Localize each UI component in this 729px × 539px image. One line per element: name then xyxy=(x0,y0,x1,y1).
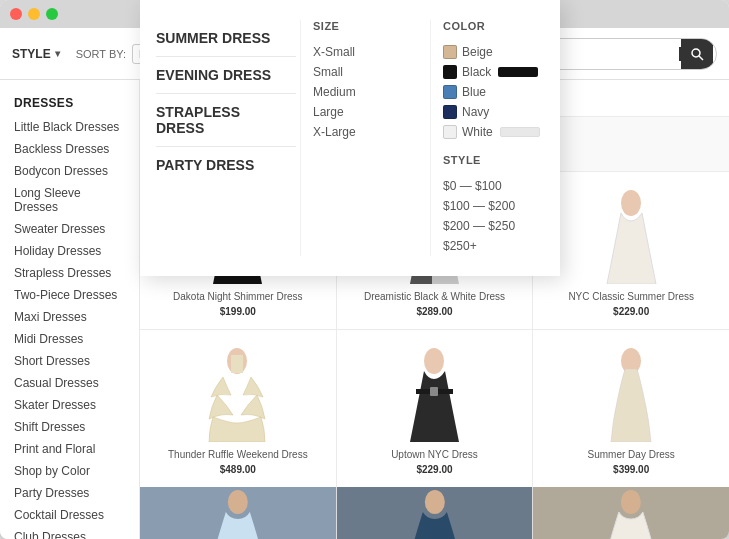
svg-rect-12 xyxy=(623,197,639,205)
product-price-6: $399.00 xyxy=(545,464,717,475)
product-card-6[interactable]: Summer Day Dress $399.00 xyxy=(533,330,729,487)
sidebar-item-sweater[interactable]: Sweater Dresses xyxy=(0,218,139,240)
maximize-button[interactable] xyxy=(46,8,58,20)
promo-item-3[interactable] xyxy=(533,487,729,539)
main-content: DRESSES Little Black Dresses Backless Dr… xyxy=(0,80,729,539)
filter-price-100-200[interactable]: $100 — $200 xyxy=(443,196,548,216)
sidebar-item-shopcolor[interactable]: Shop by Color xyxy=(0,460,139,482)
sidebar-item-casual[interactable]: Casual Dresses xyxy=(0,372,139,394)
sidebar-item-little-black[interactable]: Little Black Dresses xyxy=(0,116,139,138)
product-name-4: Thunder Ruffle Weekend Dress xyxy=(152,448,324,461)
sidebar-item-bodycon[interactable]: Bodycon Dresses xyxy=(0,160,139,182)
sidebar-item-club[interactable]: Club Dresses xyxy=(0,526,139,539)
promo-item-2[interactable] xyxy=(337,487,533,539)
style-filter-title: STYLE xyxy=(443,154,548,166)
blue-swatch xyxy=(443,85,457,99)
sortby-label: SORT BY: xyxy=(76,48,126,60)
sidebar-dresses-title: DRESSES xyxy=(0,92,139,116)
dropdown-party-dress[interactable]: PARTY DRESS xyxy=(156,147,284,183)
sidebar-item-long-sleeve[interactable]: Long Sleeve Dresses xyxy=(0,182,139,218)
svg-point-22 xyxy=(228,490,248,514)
size-filter-panel: SIZE X-Small Small Medium Large X-Large xyxy=(300,80,430,256)
style-label: STYLE xyxy=(12,47,51,61)
product-card-5[interactable]: Uptown NYC Dress $229.00 xyxy=(337,330,533,487)
dropdown-evening-dress[interactable]: EVENING DRESS xyxy=(156,80,284,93)
product-image-5 xyxy=(394,342,474,442)
product-name-3: NYC Classic Summer Dress xyxy=(545,290,717,303)
product-image-4 xyxy=(198,342,278,442)
svg-rect-14 xyxy=(231,355,243,373)
filter-price-0-100[interactable]: $0 — $100 xyxy=(443,176,548,196)
svg-point-24 xyxy=(425,490,445,514)
svg-point-0 xyxy=(692,49,700,57)
filter-size-xlarge[interactable]: X-Large xyxy=(313,122,418,142)
sidebar-item-holiday[interactable]: Holiday Dresses xyxy=(0,240,139,262)
search-icon xyxy=(690,47,704,61)
dropdown-overlay: SUMMER DRESS EVENING DRESS STRAPLESS DRE… xyxy=(140,80,560,276)
sidebar-item-two-piece[interactable]: Two-Piece Dresses xyxy=(0,284,139,306)
product-name-2: Dreamistic Black & White Dress xyxy=(349,290,521,303)
filter-color-navy[interactable]: Navy xyxy=(443,102,548,122)
white-color-bar xyxy=(500,127,540,137)
filter-color-white[interactable]: White xyxy=(443,122,548,142)
sidebar: DRESSES Little Black Dresses Backless Dr… xyxy=(0,80,140,539)
sidebar-item-maxi[interactable]: Maxi Dresses xyxy=(0,306,139,328)
dropdown-strapless-dress[interactable]: STRAPLESS DRESS xyxy=(156,94,284,146)
product-price-2: $289.00 xyxy=(349,306,521,317)
navy-swatch xyxy=(443,105,457,119)
svg-rect-18 xyxy=(430,387,438,396)
sidebar-item-skater[interactable]: Skater Dresses xyxy=(0,394,139,416)
product-price-5: $229.00 xyxy=(349,464,521,475)
svg-rect-16 xyxy=(428,355,440,369)
filter-size-medium[interactable]: Medium xyxy=(313,82,418,102)
svg-rect-20 xyxy=(625,355,637,369)
white-swatch xyxy=(443,125,457,139)
close-button[interactable] xyxy=(10,8,22,20)
sidebar-item-print[interactable]: Print and Floral xyxy=(0,438,139,460)
filter-price-250plus[interactable]: $250+ xyxy=(443,236,548,256)
product-card-4[interactable]: Thunder Ruffle Weekend Dress $489.00 xyxy=(140,330,336,487)
product-price-3: $229.00 xyxy=(545,306,717,317)
color-filter-panel: COLOR Beige Black Blue Navy xyxy=(430,80,560,256)
sidebar-item-party[interactable]: Party Dresses xyxy=(0,482,139,504)
product-name-6: Summer Day Dress xyxy=(545,448,717,461)
dropdown-arrow-icon: ▾ xyxy=(55,48,60,59)
minimize-button[interactable] xyxy=(28,8,40,20)
sidebar-item-midi[interactable]: Midi Dresses xyxy=(0,328,139,350)
filter-size-large[interactable]: Large xyxy=(313,102,418,122)
product-image-3 xyxy=(591,184,671,284)
promo-row xyxy=(140,487,729,539)
product-price-4: $489.00 xyxy=(152,464,324,475)
sidebar-item-backless[interactable]: Backless Dresses xyxy=(0,138,139,160)
sidebar-item-strapless[interactable]: Strapless Dresses xyxy=(0,262,139,284)
svg-line-1 xyxy=(699,56,703,60)
sidebar-item-shift[interactable]: Shift Dresses xyxy=(0,416,139,438)
svg-point-26 xyxy=(621,490,641,514)
filter-color-blue[interactable]: Blue xyxy=(443,82,548,102)
sidebar-item-cocktail[interactable]: Cocktail Dresses xyxy=(0,504,139,526)
style-price-filter: STYLE $0 — $100 $100 — $200 $200 — $250 … xyxy=(443,154,548,256)
traffic-lights xyxy=(10,8,58,20)
dropdown-col1: SUMMER DRESS EVENING DRESS STRAPLESS DRE… xyxy=(140,80,300,256)
product-card-3[interactable]: NYC Classic Summer Dress $229.00 xyxy=(533,172,729,329)
app-window: STYLE ▾ SORT BY: Featured Price Low-High… xyxy=(0,0,729,539)
product-price-1: $199.00 xyxy=(152,306,324,317)
style-dropdown[interactable]: STYLE ▾ xyxy=(12,47,60,61)
product-name-5: Uptown NYC Dress xyxy=(349,448,521,461)
sidebar-item-short[interactable]: Short Dresses xyxy=(0,350,139,372)
search-button[interactable] xyxy=(681,39,713,69)
product-name-1: Dakota Night Shimmer Dress xyxy=(152,290,324,303)
filter-price-200-250[interactable]: $200 — $250 xyxy=(443,216,548,236)
promo-item-1[interactable] xyxy=(140,487,336,539)
product-image-6 xyxy=(591,342,671,442)
